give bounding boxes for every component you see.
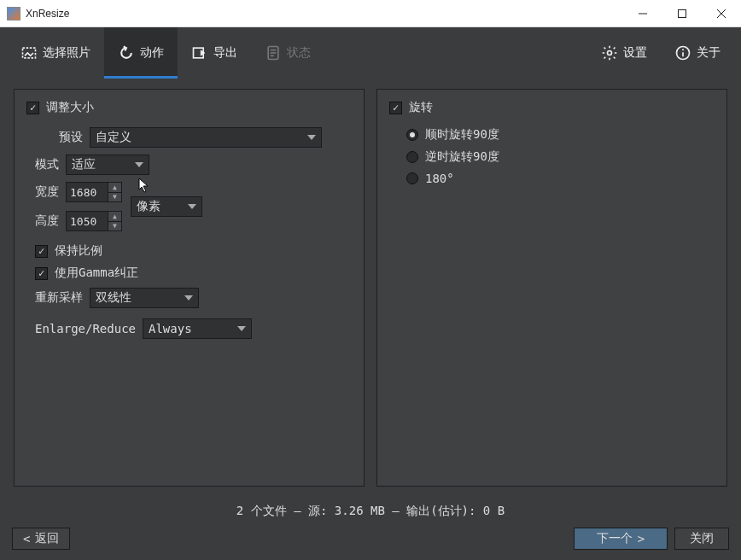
svg-rect-1 bbox=[679, 9, 686, 17]
maximize-icon bbox=[678, 9, 686, 18]
tab-label: 动作 bbox=[140, 45, 164, 61]
app-logo-icon bbox=[7, 7, 20, 20]
close-label: 关闭 bbox=[690, 531, 714, 546]
tab-export[interactable]: 导出 bbox=[178, 27, 251, 79]
unit-select[interactable]: 像素 bbox=[131, 196, 202, 217]
enlarge-label: Enlarge/Reduce bbox=[35, 322, 136, 335]
gamma-checkbox[interactable] bbox=[35, 267, 48, 280]
chevron-down-icon bbox=[135, 162, 143, 167]
footer: < 返回 下一个 > 关闭 bbox=[0, 524, 741, 560]
next-label: 下一个 bbox=[597, 531, 633, 546]
preset-label: 预设 bbox=[59, 130, 83, 145]
maximize-button[interactable] bbox=[662, 0, 702, 27]
status-text: 2 个文件 – 源: 3.26 MB – 输出(估计): 0 B bbox=[0, 497, 741, 524]
close-button[interactable]: 关闭 bbox=[674, 528, 729, 550]
height-input[interactable] bbox=[67, 212, 108, 230]
chevron-down-icon bbox=[188, 204, 196, 209]
tab-label: 状态 bbox=[287, 45, 311, 61]
close-window-button[interactable] bbox=[702, 0, 741, 27]
rotate-180-label: 180° bbox=[425, 172, 454, 185]
width-label: 宽度 bbox=[35, 184, 59, 200]
keep-ratio-label: 保持比例 bbox=[55, 243, 102, 259]
rotate-cw90-radio[interactable] bbox=[406, 129, 418, 141]
chevron-down-icon bbox=[307, 135, 316, 140]
status-icon bbox=[265, 44, 282, 61]
height-spinner[interactable]: ▲▼ bbox=[66, 211, 122, 231]
window-title: XnResize bbox=[26, 8, 69, 20]
preset-value: 自定义 bbox=[96, 130, 131, 145]
mode-select[interactable]: 适应 bbox=[66, 155, 149, 175]
tab-action[interactable]: 动作 bbox=[104, 27, 178, 79]
minimize-button[interactable] bbox=[623, 0, 662, 27]
chevron-right-icon: > bbox=[638, 532, 645, 545]
next-button[interactable]: 下一个 > bbox=[574, 528, 668, 550]
enlarge-select[interactable]: Always bbox=[143, 318, 252, 339]
resample-label: 重新采样 bbox=[35, 290, 83, 306]
resize-checkbox[interactable] bbox=[26, 102, 39, 114]
back-label: 返回 bbox=[35, 531, 59, 546]
tabbar: 选择照片 动作 导出 状态 设置 关于 bbox=[0, 27, 741, 79]
spin-down-icon[interactable]: ▼ bbox=[108, 193, 121, 202]
width-spinner[interactable]: ▲▼ bbox=[66, 182, 122, 202]
rotate-panel: 旋转 顺时旋转90度 逆时旋转90度 180° bbox=[376, 89, 727, 487]
tab-label: 关于 bbox=[697, 45, 721, 61]
height-label: 高度 bbox=[35, 213, 59, 229]
minimize-icon bbox=[639, 9, 647, 18]
rotate-180-radio[interactable] bbox=[406, 172, 418, 184]
tab-label: 选择照片 bbox=[43, 45, 90, 61]
tab-about[interactable]: 关于 bbox=[661, 27, 734, 79]
tab-label: 设置 bbox=[623, 45, 647, 61]
back-button[interactable]: < 返回 bbox=[12, 528, 70, 550]
content-area: 调整大小 预设 自定义 模式 适应 宽度 bbox=[0, 79, 741, 497]
export-icon bbox=[191, 44, 208, 61]
tab-status: 状态 bbox=[251, 27, 324, 79]
photo-icon bbox=[20, 44, 38, 61]
svg-point-10 bbox=[608, 51, 612, 55]
spin-up-icon[interactable]: ▲ bbox=[108, 212, 121, 222]
resize-panel: 调整大小 预设 自定义 模式 适应 宽度 bbox=[14, 89, 365, 487]
action-icon bbox=[118, 44, 135, 61]
mode-label: 模式 bbox=[35, 157, 59, 172]
svg-point-13 bbox=[682, 49, 684, 50]
spin-up-icon[interactable]: ▲ bbox=[108, 183, 121, 193]
gamma-label: 使用Gamma纠正 bbox=[55, 265, 138, 281]
rotate-ccw90-radio[interactable] bbox=[406, 151, 418, 163]
rotate-cw90-label: 顺时旋转90度 bbox=[425, 127, 499, 143]
gear-icon bbox=[601, 44, 618, 61]
tab-label: 导出 bbox=[213, 45, 237, 61]
rotate-title: 旋转 bbox=[409, 100, 433, 115]
svg-rect-4 bbox=[23, 48, 36, 58]
tab-select-photos[interactable]: 选择照片 bbox=[7, 27, 104, 79]
mode-value: 适应 bbox=[72, 157, 96, 172]
close-icon bbox=[717, 9, 726, 18]
chevron-down-icon bbox=[237, 326, 246, 331]
unit-value: 像素 bbox=[137, 199, 160, 214]
titlebar: XnResize bbox=[0, 0, 741, 27]
preset-select[interactable]: 自定义 bbox=[90, 127, 322, 148]
keep-ratio-checkbox[interactable] bbox=[35, 245, 48, 258]
chevron-down-icon bbox=[184, 295, 193, 300]
resample-value: 双线性 bbox=[96, 290, 131, 306]
info-icon bbox=[674, 44, 691, 61]
enlarge-value: Always bbox=[149, 322, 192, 335]
app-body: 选择照片 动作 导出 状态 设置 关于 调整大小 bbox=[0, 27, 741, 560]
resize-title: 调整大小 bbox=[46, 100, 94, 115]
tab-settings[interactable]: 设置 bbox=[587, 27, 661, 79]
rotate-ccw90-label: 逆时旋转90度 bbox=[425, 149, 499, 165]
chevron-left-icon: < bbox=[23, 532, 30, 545]
rotate-checkbox[interactable] bbox=[389, 102, 402, 114]
spin-down-icon[interactable]: ▼ bbox=[108, 222, 121, 231]
width-input[interactable] bbox=[67, 183, 108, 201]
resample-select[interactable]: 双线性 bbox=[90, 288, 199, 308]
